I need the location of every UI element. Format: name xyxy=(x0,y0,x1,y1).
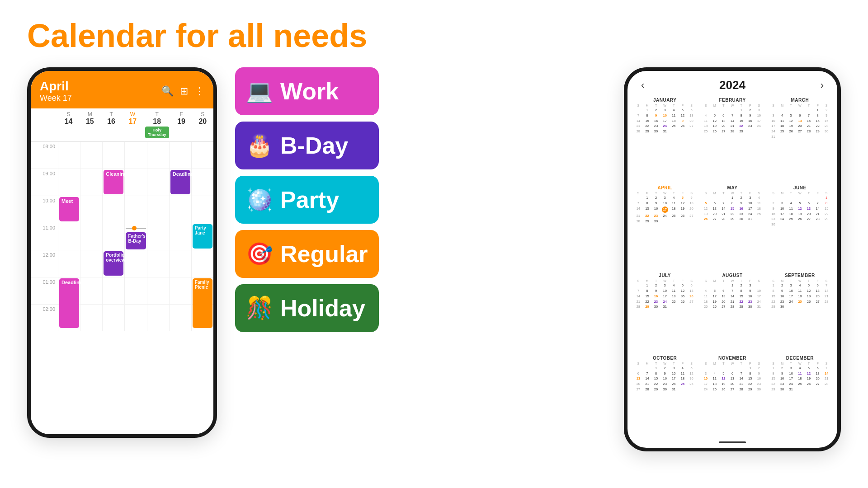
mini-day: 8 xyxy=(745,371,755,376)
search-icon[interactable]: 🔍 xyxy=(161,85,174,97)
event-deadline-fri[interactable]: Deadline xyxy=(170,170,190,194)
mini-day: 20 xyxy=(804,211,813,217)
phone-header-icons: 🔍 ⊞ ⋮ xyxy=(161,85,204,97)
month-name-september: SEPTEMBER xyxy=(769,273,831,278)
mini-cal-september: SMTWTFS123456789101112131415161718192021… xyxy=(769,279,831,310)
event-deadline-sun[interactable]: Deadline xyxy=(59,278,79,328)
mini-day: 22 xyxy=(643,299,652,305)
mini-day xyxy=(643,366,652,371)
grid-icon[interactable]: ⊞ xyxy=(180,85,188,97)
time-1000: 10:00 xyxy=(31,196,58,223)
mini-day: 31 xyxy=(660,129,670,134)
more-icon[interactable]: ⋮ xyxy=(194,85,204,97)
mini-day: 1 xyxy=(737,108,746,113)
mini-day: 9 xyxy=(660,371,670,376)
mini-day: 21 xyxy=(737,381,746,387)
cal-time-body: 08:00 09:00 Cleaning Deadline xyxy=(31,141,213,434)
mini-day: 12 xyxy=(710,118,719,124)
phone-month-info: April Week 17 xyxy=(40,79,72,103)
event-party-jane[interactable]: Party Jane xyxy=(193,224,212,249)
regular-emoji: 🎯 xyxy=(246,243,273,265)
mini-day: 18 xyxy=(669,118,678,124)
mini-day: 5 xyxy=(678,283,687,288)
cell-0100-4 xyxy=(147,277,169,304)
mini-day: 25 xyxy=(710,387,719,392)
mini-day: 9 xyxy=(778,371,787,376)
mini-day xyxy=(787,222,796,227)
mini-day: 8 xyxy=(737,288,746,294)
phone-month: April xyxy=(40,79,72,94)
mini-day: 16 xyxy=(737,206,746,211)
cat-party[interactable]: 🪩 Party xyxy=(235,176,379,224)
mini-day: 9 xyxy=(745,113,755,118)
mini-day: 27 xyxy=(813,299,822,305)
mini-day: 20 xyxy=(710,211,719,217)
month-block-september: SEPTEMBERSMTWTFS123456789101112131415161… xyxy=(767,271,833,352)
mini-day: 27 xyxy=(719,304,728,310)
cell-1100-5 xyxy=(169,223,191,250)
cat-bday[interactable]: 🎂 B-Day xyxy=(235,122,379,169)
mini-day: 15 xyxy=(737,118,746,124)
cell-1200-0 xyxy=(58,250,80,277)
mini-day: 17 xyxy=(755,294,764,299)
mini-day: 8 xyxy=(643,113,652,118)
mini-day: 12 xyxy=(678,113,687,118)
mini-day: 23 xyxy=(755,381,764,387)
mini-day: 28 xyxy=(634,304,643,310)
mini-cal-body: 1234567891011121314151617189202122232425… xyxy=(634,108,696,134)
mini-day xyxy=(669,219,678,224)
mini-day: 31 xyxy=(755,304,764,310)
mini-day xyxy=(778,108,787,113)
mini-day: 15 xyxy=(813,118,822,124)
mini-day: 27 xyxy=(804,216,813,222)
home-indicator xyxy=(719,441,746,443)
mini-day: 14 xyxy=(728,294,737,299)
mini-day: 29 xyxy=(651,387,660,392)
mini-day: 12 xyxy=(701,206,710,211)
mini-day: 27 xyxy=(634,387,643,392)
mini-day: 29 xyxy=(745,387,755,392)
mini-day: 18 xyxy=(796,294,805,299)
mini-day: 17 xyxy=(787,376,796,381)
day-mon: M15 xyxy=(79,108,100,141)
prev-year-button[interactable]: ‹ xyxy=(641,80,644,91)
mini-day: 9 xyxy=(778,288,787,294)
mini-day: 9 xyxy=(745,288,755,294)
mini-day: 2 xyxy=(822,108,831,113)
cell-1200-1 xyxy=(80,250,102,277)
mini-day: 18 xyxy=(787,211,796,217)
mini-day: 3 xyxy=(755,108,764,113)
event-family-picnic[interactable]: Family Picnic xyxy=(193,278,212,328)
title-black: Calendar xyxy=(27,18,166,54)
mini-day: 24 xyxy=(660,299,670,305)
work-label: Work xyxy=(280,80,339,103)
mini-day: 30 xyxy=(745,304,755,310)
phone-bottom-bar xyxy=(627,439,837,448)
mini-day: 26 xyxy=(719,387,728,392)
mini-day: 22 xyxy=(737,299,746,305)
mini-cal-body: 1234567891011121314151617181920212223242… xyxy=(701,366,763,392)
mini-day xyxy=(813,195,822,201)
mini-day xyxy=(769,195,778,201)
event-meet[interactable]: Meet xyxy=(59,197,79,221)
cat-regular[interactable]: 🎯 Regular xyxy=(235,230,379,278)
next-year-button[interactable]: › xyxy=(821,80,824,91)
mini-day xyxy=(804,304,813,310)
mini-day: 7 xyxy=(728,113,737,118)
mini-day: 21 xyxy=(728,299,737,305)
mini-day xyxy=(687,129,696,134)
mini-day: 17 xyxy=(701,381,710,387)
event-portfolio[interactable]: Portfolio overview xyxy=(104,251,123,276)
mini-day: 23 xyxy=(651,299,660,305)
month-block-october: OCTOBERSMTWTFS12345678910111213141516171… xyxy=(632,354,698,434)
mini-day xyxy=(710,108,719,113)
mini-cal-body: 1234567891011121314151617189620212223242… xyxy=(634,283,696,310)
time-0100: 01:00 xyxy=(31,277,58,304)
cat-holiday[interactable]: 🎊 Holiday xyxy=(235,284,379,332)
cell-0200-2 xyxy=(102,304,124,331)
mini-day xyxy=(687,219,696,224)
event-fathers-bday[interactable]: Father's B-Day xyxy=(126,232,146,249)
mini-day: 1 xyxy=(745,366,755,371)
event-cleaning[interactable]: Cleaning xyxy=(104,170,123,194)
cat-work[interactable]: 💻 Work xyxy=(235,67,379,115)
